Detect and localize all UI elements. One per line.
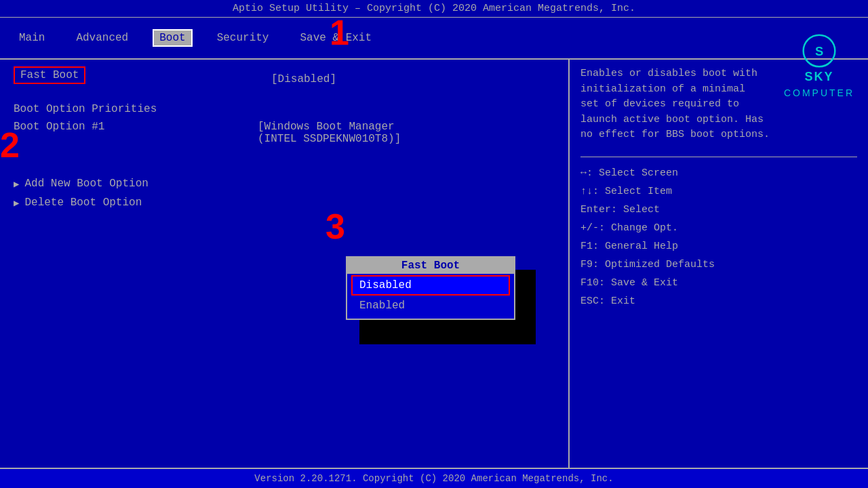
fast-boot-row: Fast Boot [Disabled]	[14, 66, 555, 95]
fast-boot-label[interactable]: Fast Boot	[14, 66, 85, 84]
boot-option1-value: [Windows Boot Manager (INTEL SSDPEKNW010…	[258, 121, 401, 145]
dropdown-title: Fast Boot	[347, 258, 514, 274]
svg-text:S: S	[815, 44, 823, 58]
boot-option1-label: Boot Option #1	[14, 121, 258, 133]
boot-option1-value-line2: (INTEL SSDPEKNW010T8)]	[258, 133, 401, 145]
delete-boot-arrow-icon: ▶	[14, 197, 19, 209]
add-new-boot-label: Add New Boot Option	[24, 178, 148, 190]
add-new-boot-item[interactable]: ▶ Add New Boot Option	[14, 178, 555, 190]
sky-logo: S SKY COMPUTER	[784, 34, 854, 100]
key-help-line-5: F1: General Help	[580, 237, 857, 256]
fast-boot-value: [Disabled]	[271, 73, 336, 85]
key-help: ↔: Select Screen ↑↓: Select Item Enter: …	[580, 164, 857, 310]
left-panel: 2 Fast Boot [Disabled] Boot Option Prior…	[0, 60, 570, 479]
dropdown-popup: Fast Boot Disabled Enabled	[346, 256, 515, 320]
title-bar: Aptio Setup Utility – Copyright (C) 2020…	[0, 0, 868, 18]
menu-item-main[interactable]: Main	[14, 30, 50, 45]
sky-sub-text: COMPUTER	[784, 86, 854, 100]
menu-item-advanced[interactable]: Advanced	[71, 30, 134, 45]
key-help-line-3: Enter: Select	[580, 201, 857, 219]
boot-priorities-row: Boot Option Priorities	[14, 103, 555, 115]
bottom-text: Version 2.20.1271. Copyright (C) 2020 Am…	[254, 473, 613, 484]
key-help-line-6: F9: Optimized Defaults	[580, 256, 857, 274]
key-help-line-1: ↔: Select Screen	[580, 164, 857, 182]
sky-brand-text: SKY	[804, 68, 833, 86]
sky-logo-icon: S	[802, 34, 836, 68]
dropdown-box: Fast Boot Disabled Enabled	[346, 256, 515, 320]
help-divider	[580, 157, 857, 157]
help-line-4: launch active boot option. Has	[580, 113, 857, 128]
key-help-line-4: +/-: Change Opt.	[580, 219, 857, 237]
annotation-2: 2	[0, 127, 20, 163]
dropdown-option-disabled[interactable]: Disabled	[353, 277, 509, 294]
boot-option1-row: Boot Option #1 [Windows Boot Manager (IN…	[14, 121, 555, 145]
main-content: 2 Fast Boot [Disabled] Boot Option Prior…	[0, 60, 868, 479]
key-help-line-2: ↑↓: Select Item	[580, 182, 857, 201]
boot-priorities-label: Boot Option Priorities	[14, 103, 157, 115]
menu-item-boot[interactable]: Boot	[154, 30, 191, 45]
bottom-bar: Version 2.20.1271. Copyright (C) 2020 Am…	[0, 468, 868, 488]
key-help-line-7: F10: Save & Exit	[580, 274, 857, 292]
annotation-3: 3	[326, 209, 345, 244]
help-line-5: no effect for BBS boot options.	[580, 127, 857, 143]
delete-boot-label: Delete Boot Option	[24, 197, 142, 209]
menu-item-security[interactable]: Security	[212, 30, 275, 45]
menu-bar: Main Advanced Boot Security Save & Exit …	[0, 18, 868, 60]
right-panel: S SKY COMPUTER Enables or disables boot …	[570, 60, 868, 479]
add-boot-arrow-icon: ▶	[14, 178, 19, 190]
dropdown-option-enabled[interactable]: Enabled	[353, 297, 509, 314]
annotation-1: 1	[330, 15, 349, 50]
key-help-line-8: ESC: Exit	[580, 292, 857, 310]
title-text: Aptio Setup Utility – Copyright (C) 2020…	[233, 3, 635, 14]
delete-boot-item[interactable]: ▶ Delete Boot Option	[14, 197, 555, 209]
boot-option1-value-line1: [Windows Boot Manager	[258, 121, 401, 133]
